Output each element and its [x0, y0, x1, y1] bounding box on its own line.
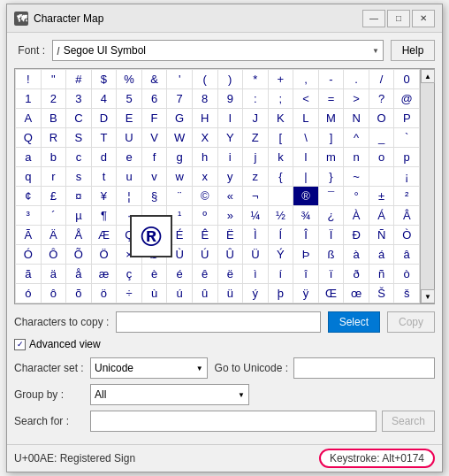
char-cell[interactable]: W	[167, 128, 193, 148]
char-cell[interactable]: Î	[293, 226, 319, 245]
char-cell[interactable]: ¾	[293, 206, 319, 226]
char-cell[interactable]: =	[319, 89, 345, 109]
char-cell[interactable]: $	[92, 70, 118, 89]
char-cell[interactable]: ¯	[319, 187, 345, 206]
search-input[interactable]	[90, 411, 377, 432]
char-cell[interactable]: Q	[16, 128, 42, 148]
char-cell[interactable]: 7	[167, 89, 193, 109]
char-cell[interactable]: D	[92, 109, 118, 128]
char-cell[interactable]: í	[269, 265, 294, 284]
char-cell[interactable]: 3	[66, 89, 92, 109]
char-cell[interactable]: ç	[117, 265, 142, 284]
help-button[interactable]: Help	[391, 40, 435, 61]
char-cell[interactable]: (	[193, 70, 218, 89]
char-cell[interactable]: F	[142, 109, 168, 128]
char-cell[interactable]: ²	[394, 187, 420, 206]
char-cell[interactable]: ó	[16, 284, 42, 303]
char-cell[interactable]: 5	[117, 89, 142, 109]
char-cell[interactable]: n	[344, 148, 369, 167]
char-cell[interactable]: Y	[218, 128, 244, 148]
char-cell[interactable]: Ò	[394, 226, 420, 245]
goto-unicode-input[interactable]	[293, 357, 435, 379]
char-cell[interactable]: k	[269, 148, 294, 167]
char-cell[interactable]: Ê	[193, 226, 218, 245]
char-cell[interactable]: X	[193, 128, 218, 148]
copy-button[interactable]: Copy	[387, 311, 435, 333]
char-cell[interactable]: Æ	[92, 226, 118, 245]
char-cell[interactable]: 2	[42, 89, 67, 109]
char-cell[interactable]: *	[243, 70, 269, 89]
char-cell[interactable]: H	[193, 109, 218, 128]
char-cell[interactable]: ú	[167, 284, 193, 303]
char-cell[interactable]: ñ	[369, 265, 395, 284]
char-cell[interactable]: Œ	[319, 284, 345, 303]
char-cell[interactable]: é	[167, 265, 193, 284]
char-cell[interactable]: I	[218, 109, 244, 128]
char-cell[interactable]: x	[193, 167, 218, 187]
scroll-up-button[interactable]: ▲	[421, 69, 435, 83]
char-cell[interactable]: Ü	[243, 245, 269, 265]
char-cell[interactable]: ö	[92, 284, 118, 303]
char-cell[interactable]: i	[218, 148, 244, 167]
char-cell[interactable]: p	[394, 148, 420, 167]
char-cell[interactable]: '	[167, 70, 193, 89]
char-cell[interactable]: Í	[269, 226, 294, 245]
char-cell[interactable]: 8	[193, 89, 218, 109]
char-cell[interactable]: ¢	[16, 187, 42, 206]
char-cell[interactable]: O	[369, 109, 395, 128]
char-cell[interactable]: G	[167, 109, 193, 128]
char-cell[interactable]: !	[16, 70, 42, 89]
char-cell[interactable]: ã	[16, 265, 42, 284]
char-cell[interactable]: ^	[344, 128, 369, 148]
char-cell[interactable]: ¤	[66, 187, 92, 206]
char-cell[interactable]: J	[243, 109, 269, 128]
char-cell[interactable]: >	[344, 89, 369, 109]
char-cell[interactable]: »	[218, 206, 244, 226]
chars-to-copy-input[interactable]	[116, 311, 320, 333]
char-cell[interactable]: L	[293, 109, 319, 128]
char-cell[interactable]: B	[42, 109, 67, 128]
char-cell[interactable]: ¶	[92, 206, 118, 226]
char-cell[interactable]: ð	[344, 265, 369, 284]
char-cell[interactable]: T	[92, 128, 118, 148]
char-cell[interactable]: Á	[369, 206, 395, 226]
char-cell[interactable]: ¥	[92, 187, 118, 206]
char-cell[interactable]: m	[319, 148, 345, 167]
char-cell[interactable]: r	[42, 167, 67, 187]
char-cell[interactable]: -	[319, 70, 345, 89]
char-cell[interactable]: /	[369, 70, 395, 89]
advanced-view-checkbox[interactable]	[14, 339, 26, 350]
char-cell[interactable]: è	[142, 265, 168, 284]
char-cell[interactable]: š	[394, 284, 420, 303]
char-cell[interactable]: %	[117, 70, 142, 89]
char-cell[interactable]: °	[344, 187, 369, 206]
char-cell[interactable]: Ë	[218, 226, 244, 245]
char-cell[interactable]: `	[394, 128, 420, 148]
char-cell[interactable]: å	[66, 265, 92, 284]
char-cell[interactable]: b	[42, 148, 67, 167]
char-cell[interactable]: µ	[66, 206, 92, 226]
char-cell[interactable]: ¬	[243, 187, 269, 206]
char-cell[interactable]: C	[66, 109, 92, 128]
char-cell[interactable]: ë	[218, 265, 244, 284]
scroll-track[interactable]	[421, 83, 434, 289]
char-cell[interactable]: {	[269, 167, 294, 187]
char-cell[interactable]: o	[369, 148, 395, 167]
char-cell[interactable]: ~	[344, 167, 369, 187]
char-cell[interactable]: ³	[16, 206, 42, 226]
char-cell[interactable]: :	[243, 89, 269, 109]
char-cell[interactable]: q	[16, 167, 42, 187]
char-cell[interactable]: .	[344, 70, 369, 89]
char-cell[interactable]: g	[167, 148, 193, 167]
char-cell[interactable]: y	[218, 167, 244, 187]
char-cell[interactable]: ß	[319, 245, 345, 265]
char-cell[interactable]: à	[344, 245, 369, 265]
char-cell[interactable]: P	[394, 109, 420, 128]
char-cell[interactable]: ò	[394, 265, 420, 284]
group-by-select[interactable]: All ▼	[90, 384, 249, 405]
char-cell[interactable]: Ö	[92, 245, 118, 265]
char-cell[interactable]: ¡	[394, 167, 420, 187]
char-cell[interactable]: ?	[369, 89, 395, 109]
char-cell[interactable]: N	[344, 109, 369, 128]
char-cell[interactable]: @	[394, 89, 420, 109]
